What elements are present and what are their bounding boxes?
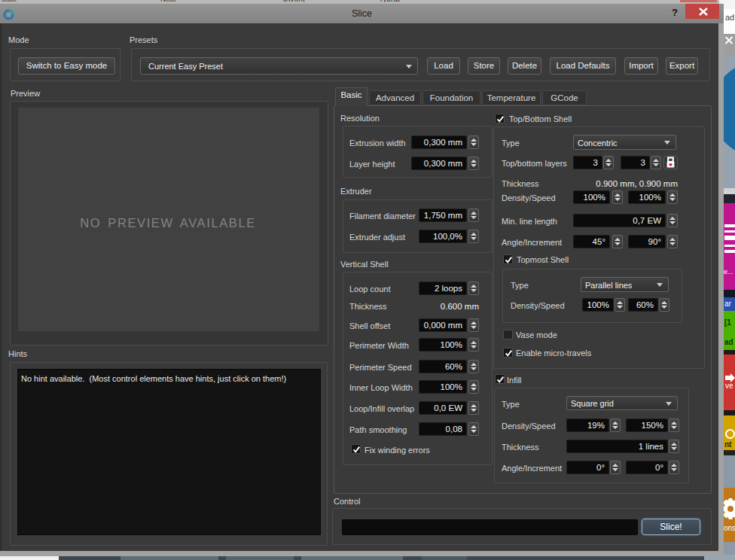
svg-text:ve: ve [725, 382, 733, 390]
